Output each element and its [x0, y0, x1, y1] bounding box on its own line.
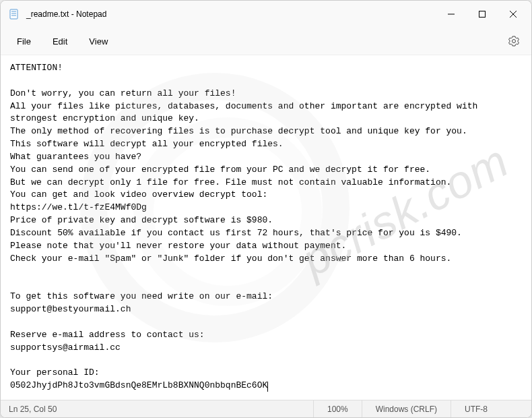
settings-button[interactable]: [502, 29, 526, 53]
maximize-button[interactable]: [467, 3, 498, 25]
notepad-window: _readme.txt - Notepad File Edit View ATT…: [0, 0, 532, 418]
menu-view[interactable]: View: [78, 31, 119, 52]
window-controls: [436, 3, 529, 25]
watermark-text: pcrisk.com: [290, 128, 521, 293]
svg-rect-0: [10, 9, 18, 19]
text-cursor: [267, 382, 268, 392]
window-title: _readme.txt - Notepad: [26, 9, 436, 19]
status-encoding[interactable]: UTF-8: [451, 400, 531, 417]
minimize-button[interactable]: [436, 3, 467, 25]
status-cursor-position: Ln 25, Col 50: [1, 405, 313, 414]
svg-rect-5: [479, 11, 486, 18]
menu-edit[interactable]: Edit: [42, 31, 78, 52]
text-editor-area[interactable]: ATTENTION! Don't worry, you can return a…: [1, 55, 531, 400]
menubar: File Edit View: [1, 28, 531, 55]
gear-icon: [508, 36, 519, 47]
document-text: ATTENTION! Don't worry, you can return a…: [10, 63, 483, 390]
statusbar: Ln 25, Col 50 100% Windows (CRLF) UTF-8: [1, 400, 531, 417]
status-line-ending[interactable]: Windows (CRLF): [362, 400, 451, 417]
menu-file[interactable]: File: [6, 31, 42, 52]
titlebar[interactable]: _readme.txt - Notepad: [1, 1, 531, 28]
notepad-icon: [9, 9, 20, 20]
status-zoom[interactable]: 100%: [313, 400, 362, 417]
close-button[interactable]: [498, 3, 529, 25]
